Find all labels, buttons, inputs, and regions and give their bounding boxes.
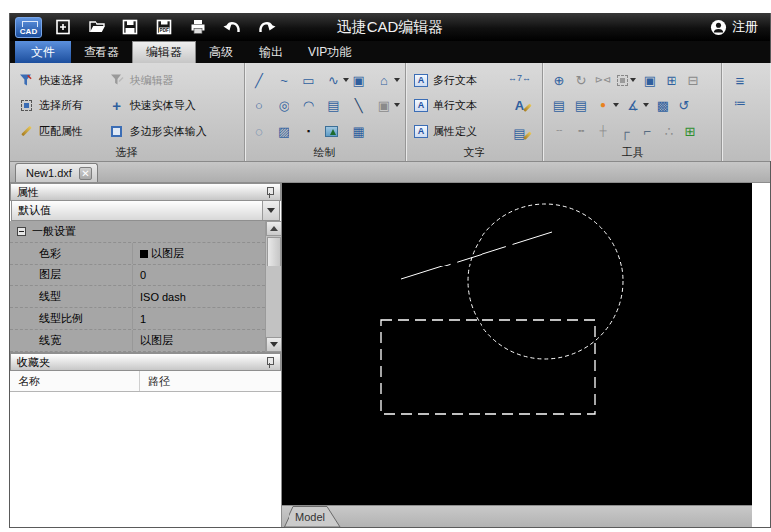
cad-shape-rect[interactable] <box>381 320 595 414</box>
thick-line-button[interactable]: ╲ <box>351 95 376 115</box>
undo-icon <box>223 18 242 36</box>
update-icon[interactable]: ↺ <box>676 97 692 113</box>
attribute-definition-button[interactable]: A 属性定义 <box>414 121 497 141</box>
redo-button[interactable] <box>255 16 277 38</box>
tab-close-icon[interactable]: ✕ <box>79 167 92 180</box>
spline-button[interactable]: ~ <box>276 70 300 89</box>
spacing-center-icon[interactable]: ┼ <box>595 123 611 139</box>
boundary-polygon-button[interactable]: ⌂ <box>376 70 401 89</box>
cad-shape-circle[interactable] <box>468 204 623 359</box>
menu-advanced[interactable]: 高级 <box>196 41 246 63</box>
image-reference-button[interactable]: ▣ <box>376 95 401 115</box>
property-row-layer[interactable]: 图层 0 <box>10 265 265 286</box>
singleline-text-button[interactable]: A 单行文本 <box>414 95 497 115</box>
edit-text-button[interactable]: A <box>511 97 529 113</box>
save-button[interactable] <box>119 16 141 38</box>
circle-button[interactable]: ○ <box>251 95 276 115</box>
point-button[interactable]: ▪ <box>300 121 325 141</box>
favorites-column-name[interactable]: 名称 <box>10 371 140 391</box>
measure-button[interactable]: ∡ <box>625 97 649 113</box>
right-clipped-area <box>752 183 770 527</box>
fillet-icon[interactable]: ┌ <box>617 123 633 139</box>
copy-entities-icon[interactable]: ▣ <box>642 72 658 88</box>
text-scale-button[interactable]: ↔7↔ <box>511 70 529 86</box>
array-button[interactable] <box>617 75 636 86</box>
touch-icon: ● <box>595 97 611 113</box>
touch-button[interactable]: ● <box>595 97 619 113</box>
layer-translate-icon[interactable]: ⊞ <box>682 123 698 139</box>
property-grid-scrollbar[interactable] <box>265 221 281 352</box>
hatch-button[interactable]: ▨ <box>276 121 300 141</box>
ellipse-button[interactable]: ◎ <box>276 95 300 115</box>
raster-image-button[interactable] <box>325 121 350 141</box>
property-row-linetype-scale[interactable]: 线型比例 1 <box>10 308 265 330</box>
edit-attribute-button[interactable]: ▤ <box>511 125 529 141</box>
menu-editor[interactable]: 编辑器 <box>132 41 196 63</box>
undo-button[interactable] <box>221 16 243 38</box>
quick-entity-import-icon: + <box>109 97 125 113</box>
register-button[interactable]: 注册 <box>710 13 758 41</box>
model-tab[interactable]: Model <box>284 506 345 528</box>
dropdown-arrow-icon <box>394 103 400 107</box>
collapse-icon[interactable] <box>17 227 26 236</box>
scroll-down-icon[interactable] <box>266 337 282 352</box>
rotate-icon[interactable]: ↻ <box>573 72 589 88</box>
match-properties-button[interactable]: 匹配属性 <box>18 121 101 141</box>
menu-viewer[interactable]: 查看器 <box>71 41 132 63</box>
new-file-button[interactable] <box>52 16 74 38</box>
menu-vip[interactable]: VIP功能 <box>295 41 364 63</box>
scroll-up-icon[interactable] <box>266 221 282 236</box>
pin-icon[interactable] <box>265 187 274 198</box>
polygon-entity-input-button[interactable]: 多边形实体输入 <box>109 121 244 141</box>
tile-icon[interactable]: ⊟ <box>685 72 701 88</box>
property-group-row[interactable]: 一般设置 <box>10 221 265 243</box>
paste-icon[interactable]: ▤ <box>551 97 567 113</box>
scrollbar-thumb[interactable] <box>267 237 281 266</box>
document-tab[interactable]: New1.dxf ✕ <box>15 163 98 182</box>
image-reference-icon: ▣ <box>376 97 392 113</box>
multiline-text-button[interactable]: A 多行文本 <box>414 70 497 89</box>
line-button[interactable]: ╱ <box>251 70 276 89</box>
paste-as-block-icon[interactable]: ▤ <box>573 97 589 113</box>
drawing-canvas[interactable] <box>282 183 752 505</box>
layers-icon[interactable]: ≡ <box>732 72 748 88</box>
move-icon[interactable]: ⊕ <box>551 72 567 88</box>
layer-list-icon[interactable]: ≔ <box>732 95 748 111</box>
menu-file[interactable]: 文件 <box>15 41 71 63</box>
open-file-button[interactable] <box>86 16 107 38</box>
overlap-icon[interactable]: ▩ <box>655 97 671 113</box>
favorites-column-path[interactable]: 路径 <box>140 374 170 389</box>
cad-shape-line[interactable] <box>401 232 552 279</box>
spline-icon: ~ <box>276 72 291 88</box>
property-row-color[interactable]: 色彩 以图层 <box>10 243 265 265</box>
favorites-list[interactable] <box>10 392 281 527</box>
rectangle-button[interactable]: ▭ <box>300 70 325 89</box>
mirror-icon[interactable]: ⊳⊲ <box>595 72 611 88</box>
menu-output[interactable]: 输出 <box>246 41 295 63</box>
quick-entity-import-button[interactable]: + 快速实体导入 <box>109 95 244 115</box>
table-button[interactable]: ▦ <box>351 121 376 141</box>
quick-select-button[interactable]: 快速选择 <box>18 70 101 89</box>
save-as-pdf-button[interactable]: PDF <box>153 16 175 38</box>
dropdown-arrow-icon <box>394 78 400 82</box>
spacing-equal-icon[interactable]: ╌ <box>551 123 567 139</box>
polyline-button[interactable]: ∿ <box>325 70 350 89</box>
spacing-left-icon[interactable]: ╍ <box>573 123 589 139</box>
property-row-linetype[interactable]: 线型 ISO dash <box>10 286 265 308</box>
explode-icon[interactable]: ∴ <box>661 123 676 139</box>
revision-cloud-button[interactable]: ◌ <box>251 121 276 141</box>
insert-block-button[interactable]: ▣ <box>351 70 376 89</box>
preset-dropdown-button[interactable] <box>262 201 279 220</box>
app-logo-icon[interactable]: CAD <box>15 17 42 38</box>
property-grid: 一般设置 色彩 以图层 图层 0 线型 ISO dash <box>10 221 281 353</box>
copy-object-button[interactable]: ▤ <box>325 95 350 115</box>
print-button[interactable] <box>187 16 209 38</box>
arc-button[interactable]: ◠ <box>300 95 325 115</box>
property-row-lineweight[interactable]: 线宽 以图层 <box>10 330 265 352</box>
ole-object-icon[interactable]: ⊞ <box>664 72 679 88</box>
chamfer-icon[interactable]: ⌐ <box>639 123 655 139</box>
preset-dropdown[interactable]: 默认值 <box>11 201 280 221</box>
pin-icon[interactable] <box>265 357 274 368</box>
block-editor-button[interactable]: 块编辑器 <box>109 70 244 89</box>
select-all-button[interactable]: 选择所有 <box>18 95 101 115</box>
